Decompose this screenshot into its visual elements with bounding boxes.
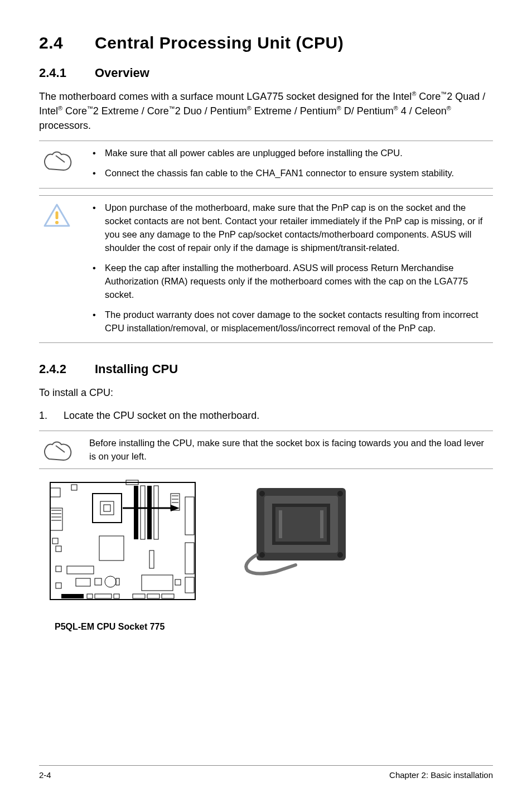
svg-point-1 bbox=[55, 221, 59, 224]
svg-rect-18 bbox=[147, 486, 152, 539]
note-block-warranty: Upon purchase of the motherboard, make s… bbox=[39, 195, 493, 343]
txt: 4 / Celeon bbox=[398, 105, 447, 117]
svg-rect-9 bbox=[52, 538, 58, 544]
svg-rect-44 bbox=[133, 594, 145, 598]
svg-rect-2 bbox=[50, 482, 195, 600]
svg-rect-4 bbox=[50, 508, 62, 530]
reg: ® bbox=[58, 105, 62, 112]
svg-rect-23 bbox=[71, 485, 77, 490]
socket-photo-illustration bbox=[240, 477, 362, 579]
reg: ® bbox=[337, 105, 341, 112]
step-number: 1. bbox=[39, 408, 64, 423]
svg-rect-38 bbox=[142, 575, 173, 591]
step-text: Locate the CPU socket on the motherboard… bbox=[64, 410, 259, 421]
svg-rect-16 bbox=[134, 486, 138, 539]
warning-triangle-icon bbox=[39, 201, 89, 337]
reg: ® bbox=[394, 105, 398, 112]
overview-intro: The motherboard comes with a surface mou… bbox=[39, 89, 493, 133]
svg-rect-40 bbox=[61, 594, 84, 598]
txt: Extreme / Pentium bbox=[252, 105, 337, 117]
svg-rect-37 bbox=[149, 550, 154, 568]
svg-rect-34 bbox=[95, 578, 101, 585]
svg-rect-3 bbox=[50, 488, 60, 497]
txt: Core bbox=[62, 105, 87, 117]
tm: ™ bbox=[441, 90, 447, 97]
svg-point-51 bbox=[259, 491, 265, 496]
svg-point-35 bbox=[105, 576, 116, 587]
diagram-caption: P5QL-EM CPU Socket 775 bbox=[55, 622, 206, 632]
svg-rect-13 bbox=[93, 494, 122, 523]
section-heading: 2.4Central Processing Unit (CPU) bbox=[39, 33, 493, 52]
tm: ™ bbox=[87, 105, 93, 112]
svg-rect-15 bbox=[104, 505, 110, 511]
txt: processors. bbox=[39, 120, 91, 131]
hand-note-icon bbox=[39, 147, 89, 182]
svg-rect-39 bbox=[175, 579, 181, 585]
tm: ™ bbox=[169, 105, 175, 112]
subsection-installing-heading: 2.4.2Installing CPU bbox=[39, 362, 493, 376]
svg-rect-29 bbox=[185, 543, 194, 574]
subsection-overview-title: Overview bbox=[95, 66, 149, 80]
svg-rect-33 bbox=[76, 578, 90, 586]
svg-rect-0 bbox=[56, 211, 59, 219]
subsection-overview-heading: 2.4.1Overview bbox=[39, 66, 493, 80]
svg-rect-10 bbox=[56, 546, 61, 552]
txt: 2 Duo / Pentium bbox=[175, 105, 247, 117]
list-item: Connect the chassis fan cable to the CHA… bbox=[89, 167, 493, 180]
svg-rect-17 bbox=[141, 486, 145, 539]
svg-rect-36 bbox=[116, 578, 119, 585]
svg-rect-56 bbox=[320, 510, 323, 538]
note-block-power-cables: Make sure that all power cables are unpl… bbox=[39, 141, 493, 189]
section-title-text: Central Processing Unit (CPU) bbox=[95, 33, 344, 52]
svg-rect-45 bbox=[147, 594, 159, 598]
svg-rect-50 bbox=[275, 507, 327, 542]
svg-rect-32 bbox=[67, 566, 94, 574]
svg-rect-30 bbox=[185, 577, 194, 593]
reg: ® bbox=[447, 105, 451, 112]
svg-rect-46 bbox=[162, 594, 174, 598]
note-text: Before installing the CPU, make sure tha… bbox=[89, 437, 493, 463]
install-step-1: 1.Locate the CPU socket on the motherboa… bbox=[39, 408, 493, 423]
motherboard-diagram: P5QL-EM CPU Socket 775 bbox=[39, 477, 206, 632]
svg-point-52 bbox=[337, 491, 343, 496]
txt: D/ Pentium bbox=[341, 105, 394, 117]
install-lead: To install a CPU: bbox=[39, 385, 493, 400]
reg: ® bbox=[247, 105, 252, 112]
hand-note-icon bbox=[39, 437, 89, 463]
list-item: Upon purchase of the motherboard, make s… bbox=[89, 201, 493, 255]
svg-rect-12 bbox=[56, 583, 61, 588]
subsection-overview-number: 2.4.1 bbox=[39, 66, 66, 80]
page-number: 2-4 bbox=[39, 770, 51, 780]
svg-rect-42 bbox=[95, 594, 112, 598]
list-item: Keep the cap after installing the mother… bbox=[89, 262, 493, 302]
subsection-installing-title: Installing CPU bbox=[95, 362, 178, 376]
list-item: The product warranty does not cover dama… bbox=[89, 308, 493, 335]
diagram-row: P5QL-EM CPU Socket 775 bbox=[39, 477, 493, 632]
svg-rect-14 bbox=[100, 501, 114, 515]
svg-rect-31 bbox=[99, 536, 124, 561]
svg-rect-19 bbox=[154, 486, 158, 539]
svg-point-53 bbox=[259, 552, 265, 558]
section-number: 2.4 bbox=[39, 33, 63, 52]
chapter-label: Chapter 2: Basic installation bbox=[389, 770, 493, 780]
svg-rect-41 bbox=[87, 594, 93, 598]
note-block-orientation: Before installing the CPU, make sure tha… bbox=[39, 431, 493, 470]
txt: 2 Extreme / Core bbox=[93, 105, 169, 117]
subsection-installing-number: 2.4.2 bbox=[39, 362, 66, 376]
page-footer: 2-4 Chapter 2: Basic installation bbox=[39, 765, 493, 780]
svg-point-54 bbox=[337, 552, 343, 558]
svg-rect-55 bbox=[279, 510, 282, 538]
txt: The motherboard comes with a surface mou… bbox=[39, 91, 412, 102]
list-item: Make sure that all power cables are unpl… bbox=[89, 147, 493, 160]
svg-rect-11 bbox=[56, 566, 61, 572]
svg-rect-43 bbox=[114, 594, 119, 598]
svg-rect-28 bbox=[185, 497, 194, 535]
txt: Core bbox=[416, 91, 441, 102]
